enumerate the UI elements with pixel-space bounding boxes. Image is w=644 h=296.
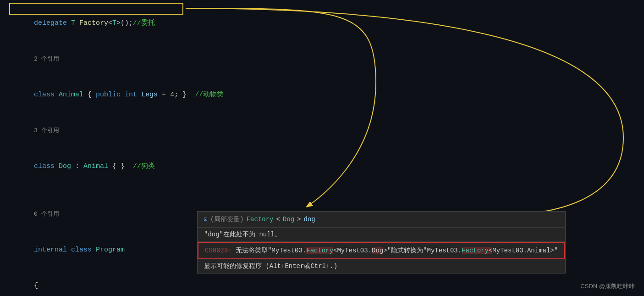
tooltip-angle: < [276, 216, 280, 223]
tooltip-error: CS0029: 无法将类型"MyTest03.Factory<MyTest03.… [198, 242, 565, 259]
ref-count-text: 2 个引用 [34, 56, 59, 62]
type-t2: T [112, 19, 116, 27]
punct: < [108, 19, 112, 27]
empty-line-1 [0, 184, 644, 196]
error-factory1: Factory [306, 247, 333, 254]
ref-count-line-2: 2 个引用 [0, 41, 644, 77]
ref-count-line-3: 3 个引用 [0, 113, 644, 149]
error-animal: MyTest03.Animal>" [492, 247, 558, 254]
watermark: CSDN @康凯哇咔咔 [580, 282, 635, 290]
code-line-delegate: delegate T Factory<T>();//委托 [0, 6, 644, 41]
line-content: delegate T Factory<T>();//委托 [9, 6, 635, 41]
error-dog: Dog [372, 247, 383, 254]
ref-count-3: 3 个引用 [34, 127, 59, 134]
error-code: CS0029: [205, 247, 232, 254]
ref-count-content: 2 个引用 [9, 41, 635, 77]
tooltip-popup: ⊡ (局部变量) Factory<Dog> dog "dog"在此处不为 nul… [197, 211, 566, 274]
tooltip-null-check: "dog"在此处不为 null。 [198, 228, 565, 242]
line-content-animal: class Animal { public int Legs = 4; } //… [9, 77, 635, 113]
code-line-dog: class Dog : Animal { } //狗类 [0, 149, 644, 184]
error-text: 无法将类型"MyTest03. [232, 247, 306, 254]
tooltip-varname: dog [303, 216, 315, 223]
keyword-delegate: delegate [34, 19, 71, 27]
type-t: T [71, 19, 79, 27]
code-line-animal: class Animal { public int Legs = 4; } //… [0, 77, 644, 113]
tooltip-var-prefix: (局部变量) [210, 215, 244, 223]
tooltip-type: Factory [247, 216, 274, 223]
watermark-text: CSDN @康凯哇咔咔 [580, 283, 635, 290]
tooltip-null-text: "dog"在此处不为 null。 [204, 231, 281, 238]
code-editor: delegate T Factory<T>();//委托 2 个引用 class… [0, 0, 644, 296]
tooltip-fix-text: 显示可能的修复程序 (Alt+Enter或Ctrl+.) [204, 262, 337, 270]
error-gt1: >"隐式转换为"MyTest03. [383, 247, 462, 254]
tooltip-dog: Dog [283, 216, 294, 223]
punct2: >(); [116, 19, 133, 27]
tooltip-fix[interactable]: 显示可能的修复程序 (Alt+Enter或Ctrl+.) [198, 259, 565, 273]
tooltip-header: ⊡ (局部变量) Factory<Dog> dog [198, 212, 565, 228]
tooltip-angle2: > [297, 216, 301, 223]
error-lt1: <MyTest03. [333, 247, 372, 254]
tooltip-icon: ⊡ [204, 216, 208, 223]
method-factory: Factory [79, 19, 108, 27]
error-factory2: Factory [462, 247, 489, 254]
comment-delegate: //委托 [133, 19, 155, 27]
